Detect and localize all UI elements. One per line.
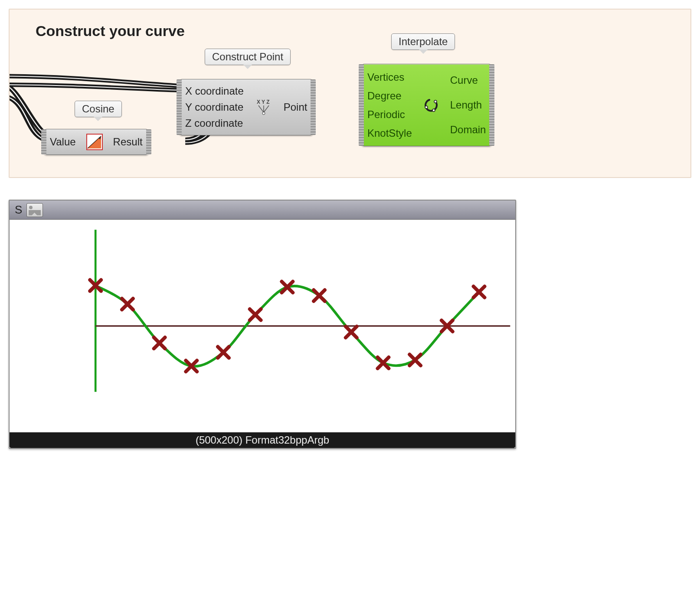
- group-title: Construct your curve: [36, 23, 677, 39]
- node-cosine[interactable]: Value Result: [43, 129, 149, 155]
- port-cosine-result[interactable]: Result: [113, 135, 143, 149]
- port-periodic[interactable]: Periodic: [367, 108, 412, 122]
- preview-titlebar[interactable]: S: [10, 201, 515, 220]
- svg-line-4: [264, 105, 269, 112]
- port-z-coordinate[interactable]: Z coordinate: [185, 116, 244, 130]
- port-domain[interactable]: Domain: [450, 123, 486, 137]
- node-interpolate[interactable]: Vertices Degree Periodic KnotStyle Curve…: [361, 64, 492, 146]
- svg-text:X Y Z: X Y Z: [257, 99, 270, 105]
- svg-point-7: [425, 106, 428, 109]
- node-label-cosine: Cosine: [75, 101, 122, 117]
- port-degree[interactable]: Degree: [367, 89, 412, 103]
- group-panel[interactable]: Construct your curve Cosine Value: [9, 9, 691, 178]
- interpolate-icon: [418, 64, 444, 146]
- port-y-coordinate[interactable]: Y coordinate: [185, 100, 244, 114]
- node-construct-point[interactable]: X coordinate Y coordinate Z coordinate X…: [179, 79, 314, 135]
- port-length[interactable]: Length: [450, 98, 486, 112]
- port-cosine-value[interactable]: Value: [50, 135, 76, 149]
- node-label-interpolate: Interpolate: [391, 33, 455, 50]
- port-x-coordinate[interactable]: X coordinate: [185, 84, 244, 98]
- cosine-icon: [82, 129, 107, 155]
- port-curve[interactable]: Curve: [450, 73, 486, 87]
- svg-line-2: [258, 105, 264, 112]
- preview-canvas: [10, 220, 515, 432]
- xyz-icon: X Y Z: [250, 79, 278, 135]
- svg-point-6: [434, 100, 437, 103]
- image-icon: [26, 203, 43, 217]
- svg-point-8: [432, 109, 435, 112]
- svg-point-5: [262, 112, 265, 115]
- preview-window[interactable]: S (500x200) Format32bppArgb: [9, 200, 516, 449]
- port-vertices[interactable]: Vertices: [367, 70, 412, 84]
- preview-title-char: S: [15, 203, 22, 217]
- port-point[interactable]: Point: [284, 100, 307, 114]
- port-knotstyle[interactable]: KnotStyle: [367, 126, 412, 140]
- preview-statusbar: (500x200) Format32bppArgb: [10, 432, 515, 448]
- node-label-construct-point: Construct Point: [205, 49, 291, 65]
